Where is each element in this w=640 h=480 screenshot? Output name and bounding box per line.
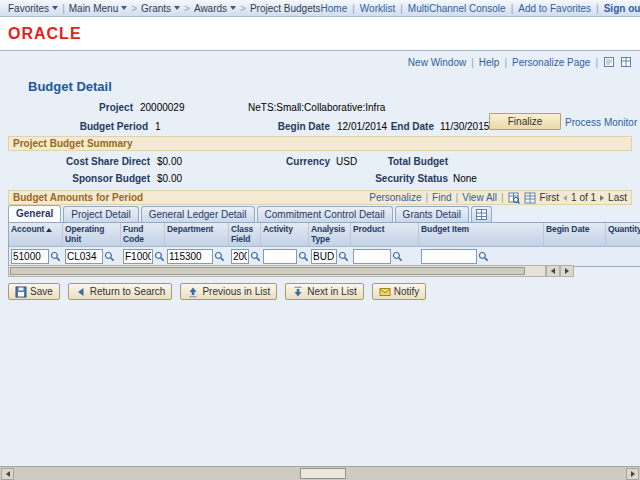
multichannel-console-link[interactable]: MultiChannel Console	[408, 3, 506, 14]
analysis-type-lookup-icon[interactable]	[338, 251, 349, 262]
project-label: Project	[8, 102, 133, 113]
breadcrumb-label: Awards	[194, 3, 227, 14]
budget-item-input[interactable]	[421, 249, 477, 264]
quantity-cell	[606, 247, 640, 266]
breadcrumb-favorites[interactable]: Favorites	[8, 3, 58, 14]
fund-code-lookup-icon[interactable]	[154, 251, 165, 262]
last-link[interactable]: Last	[608, 191, 627, 204]
save-button[interactable]: Save	[8, 283, 60, 300]
department-cell	[165, 247, 229, 266]
tab-grants-detail[interactable]: Grants Detail	[395, 206, 469, 222]
scrollbar-thumb[interactable]	[300, 468, 346, 479]
operating-unit-input[interactable]	[65, 249, 103, 264]
fund-code-input[interactable]	[123, 249, 153, 264]
activity-cell	[261, 247, 309, 266]
budget-period-value: 1	[155, 121, 161, 132]
col-header-quantity: Quantity	[606, 223, 640, 246]
scroll-left-button[interactable]	[1, 468, 14, 480]
account-lookup-icon[interactable]	[50, 251, 61, 262]
grid-scroll-left-button[interactable]	[546, 265, 560, 277]
first-link[interactable]: First	[540, 191, 559, 204]
page-title: Budget Detail	[28, 79, 112, 94]
class-field-input[interactable]	[231, 249, 249, 264]
scroll-right-button[interactable]	[626, 468, 639, 480]
end-date-label: End Date	[352, 121, 434, 132]
tab-general[interactable]: General	[8, 205, 61, 222]
col-label: Quantity	[608, 224, 640, 234]
personalize-link[interactable]: Personalize	[369, 191, 421, 204]
dropdown-arrow-icon	[174, 6, 180, 10]
operating-unit-lookup-icon[interactable]	[104, 251, 115, 262]
next-row-icon[interactable]	[600, 195, 604, 201]
help-link[interactable]: Help	[479, 57, 500, 68]
analysis-type-cell	[309, 247, 351, 266]
separator: |	[595, 57, 598, 68]
tab-project-detail[interactable]: Project Detail	[63, 206, 138, 222]
sign-out-link[interactable]: Sign out	[604, 3, 640, 14]
grid-scrollbar-thumb[interactable]	[10, 267, 525, 275]
operating-unit-cell	[63, 247, 121, 266]
button-label: Save	[30, 286, 53, 297]
button-label: Return to Search	[90, 286, 166, 297]
class-field-lookup-icon[interactable]	[250, 251, 261, 262]
breadcrumb-label: Favorites	[8, 3, 49, 14]
download-icon[interactable]	[524, 192, 536, 204]
analysis-type-input[interactable]	[311, 249, 337, 264]
logo-bar: ORACLE	[0, 17, 640, 51]
col-header-account[interactable]: Account	[9, 223, 63, 246]
department-input[interactable]	[167, 249, 213, 264]
col-header-product: Product	[351, 223, 419, 246]
notify-icon	[379, 286, 391, 298]
breadcrumb: Favorites | Main Menu > Grants > Awards …	[8, 3, 321, 14]
right-arrow-icon	[565, 268, 569, 274]
grid-scrollbar-track[interactable]	[8, 265, 546, 277]
grid-tab-strip: General Project Detail General Ledger De…	[8, 205, 492, 222]
activity-lookup-icon[interactable]	[298, 251, 309, 262]
separator: |	[596, 3, 599, 14]
tab-general-ledger-detail[interactable]: General Ledger Detail	[141, 206, 255, 222]
account-input[interactable]	[11, 249, 49, 264]
col-header-budget-item: Budget Item	[419, 223, 544, 246]
view-all-link[interactable]: View All	[462, 191, 497, 204]
personalize-page-link[interactable]: Personalize Page	[512, 57, 590, 68]
worklist-link[interactable]: Worklist	[360, 3, 395, 14]
grid-scroll-right-button[interactable]	[560, 265, 574, 277]
col-label: Activity	[263, 224, 293, 234]
sort-ascending-icon	[46, 228, 52, 232]
section-title: Project Budget Summary	[13, 137, 132, 150]
previous-in-list-button[interactable]: Previous in List	[180, 283, 277, 300]
department-lookup-icon[interactable]	[214, 251, 225, 262]
window-horizontal-scrollbar[interactable]	[0, 466, 640, 480]
budget-period-label: Budget Period	[8, 121, 148, 132]
grid-icon	[476, 209, 487, 220]
activity-input[interactable]	[263, 249, 297, 264]
copy-url-icon[interactable]	[603, 56, 615, 68]
next-in-list-button[interactable]: Next in List	[285, 283, 363, 300]
breadcrumb-awards[interactable]: Awards	[194, 3, 236, 14]
process-monitor-link[interactable]: Process Monitor	[565, 117, 637, 128]
add-to-favorites-link[interactable]: Add to Favorites	[518, 3, 591, 14]
zoom-grid-icon[interactable]	[508, 192, 520, 204]
breadcrumb-grants[interactable]: Grants	[141, 3, 180, 14]
notify-button[interactable]: Notify	[372, 283, 427, 300]
product-input[interactable]	[353, 249, 391, 264]
new-window-link[interactable]: New Window	[408, 57, 466, 68]
show-all-columns-tab[interactable]	[471, 206, 492, 222]
finalize-button[interactable]: Finalize	[489, 113, 561, 130]
oracle-logo: ORACLE	[8, 25, 82, 43]
separator: |	[62, 3, 65, 14]
col-label: Budget Item	[421, 224, 469, 234]
find-link[interactable]: Find	[432, 191, 451, 204]
grid-data-row	[9, 247, 640, 266]
account-cell	[9, 247, 63, 266]
breadcrumb-main-menu[interactable]: Main Menu	[69, 3, 127, 14]
end-date-value: 11/30/2015	[440, 121, 489, 132]
tab-commitment-control-detail[interactable]: Commitment Control Detail	[257, 206, 393, 222]
return-to-search-button[interactable]: Return to Search	[68, 283, 173, 300]
page-layout-icon[interactable]	[620, 56, 632, 68]
home-link[interactable]: Home	[321, 3, 348, 14]
total-budget-label: Total Budget	[330, 156, 448, 167]
currency-label: Currency	[240, 156, 330, 167]
product-lookup-icon[interactable]	[392, 251, 403, 262]
budget-item-lookup-icon[interactable]	[478, 251, 489, 262]
